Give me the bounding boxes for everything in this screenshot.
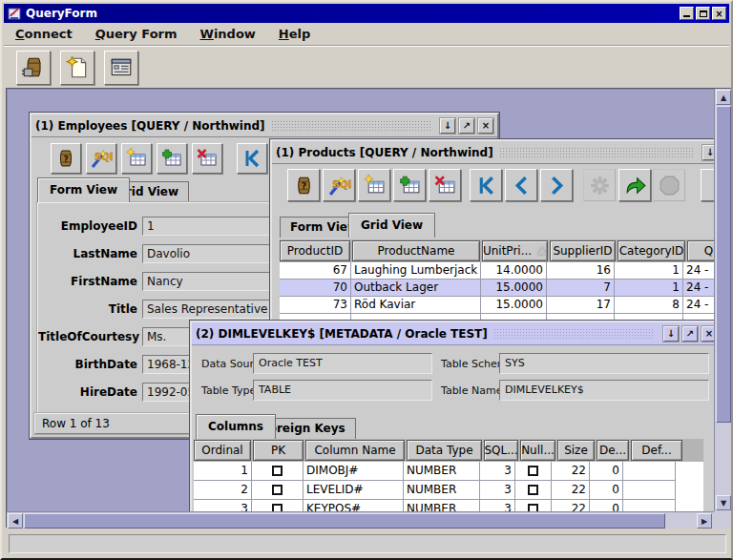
- delete-row-button[interactable]: [429, 169, 461, 201]
- column-header[interactable]: Ordinal: [194, 440, 251, 461]
- partial-icon: [705, 174, 715, 197]
- insert-row-button[interactable]: [393, 169, 426, 201]
- column-header-sorted[interactable]: UnitPri...: [482, 240, 548, 261]
- insert-row-button[interactable]: [157, 143, 187, 174]
- column-header[interactable]: Qua: [687, 240, 714, 261]
- mdi-desktop: (1) Employees [QUERY / Northwind] ↓ ↗ × …: [6, 88, 731, 528]
- employees-iconify-button[interactable]: ↓: [440, 118, 455, 134]
- status-message-area: [9, 534, 726, 553]
- new-row-button[interactable]: [358, 169, 390, 201]
- table-row[interactable]: 73 Röd Kaviar 15.0000 17 8 24 -: [280, 297, 714, 314]
- column-header[interactable]: PK: [253, 440, 304, 461]
- column-header[interactable]: SupplierID: [550, 240, 616, 261]
- menu-connect[interactable]: Connect: [4, 27, 84, 41]
- minimize-button[interactable]: [680, 7, 694, 20]
- column-header[interactable]: Def...: [631, 440, 682, 461]
- previous-record-button[interactable]: [505, 169, 537, 201]
- stop-button[interactable]: [653, 169, 685, 201]
- scroll-right-button[interactable]: ▶: [697, 513, 712, 529]
- column-header[interactable]: ProductID: [280, 240, 350, 261]
- commit-button[interactable]: [701, 169, 714, 201]
- column-header[interactable]: Size: [557, 440, 595, 461]
- menu-window[interactable]: Window: [189, 27, 267, 41]
- delete-row-button[interactable]: [192, 143, 222, 174]
- close-icon: ×: [482, 120, 490, 131]
- maximize-button[interactable]: [696, 7, 710, 20]
- new-query-form-button[interactable]: [60, 51, 94, 85]
- table-row[interactable]: 67 Laughing Lumberjack ... 14.0000 16 1 …: [280, 262, 714, 280]
- next-record-button[interactable]: [540, 169, 573, 201]
- column-header[interactable]: ProductName: [352, 240, 480, 261]
- table-name-label: Table Name: [441, 384, 502, 397]
- dimlevelkey-frame[interactable]: (2) DIMLEVELKEY$ [METADATA / Oracle TEST…: [190, 321, 714, 511]
- employees-tab-form-view[interactable]: Form View: [37, 177, 130, 202]
- nullable-checkbox[interactable]: [528, 504, 538, 511]
- column-header[interactable]: Data Type: [407, 440, 482, 461]
- table-insert-icon: [398, 174, 422, 197]
- execute-arrow-icon: [623, 174, 647, 197]
- close-button[interactable]: ×: [712, 7, 726, 20]
- table-schema-field[interactable]: SYS: [499, 353, 709, 374]
- employees-titlebar[interactable]: (1) Employees [QUERY / Northwind] ↓ ↗ ×: [31, 114, 497, 137]
- scroll-left-button[interactable]: ◀: [8, 513, 23, 529]
- execute-button[interactable]: [618, 169, 651, 201]
- dimlevelkey-iconify-button[interactable]: ↓: [663, 326, 679, 342]
- table-row[interactable]: 2 LEVELID# NUMBER 3 22 0: [194, 481, 703, 500]
- table-type-label: Table Type: [201, 384, 256, 397]
- table-type-field[interactable]: TABLE: [253, 380, 432, 401]
- menu-help[interactable]: Help: [267, 27, 322, 41]
- sql-button[interactable]: SQL: [86, 143, 116, 174]
- table-new-icon: [125, 147, 148, 170]
- employees-maximize-button[interactable]: ↗: [459, 118, 474, 134]
- vertical-scroll-thumb[interactable]: [716, 106, 731, 423]
- new-row-button[interactable]: [121, 143, 152, 174]
- pk-checkbox[interactable]: [272, 466, 283, 476]
- table-new-icon: [363, 174, 387, 197]
- nullable-checkbox[interactable]: [528, 485, 538, 495]
- first-record-button[interactable]: [237, 143, 267, 174]
- employees-close-button[interactable]: ×: [478, 118, 493, 134]
- table-row-selected[interactable]: 70 Outback Lager 15.0000 7 1 24 -: [280, 280, 714, 297]
- scroll-down-button[interactable]: ▼: [716, 495, 731, 510]
- tab-columns[interactable]: Columns: [196, 414, 276, 439]
- titlebar-texture: [499, 147, 693, 158]
- metadata-window-button[interactable]: [104, 51, 138, 85]
- pk-checkbox[interactable]: [272, 485, 283, 495]
- dimlevelkey-maximize-button[interactable]: ↗: [682, 326, 698, 342]
- dimlevelkey-titlebar[interactable]: (2) DIMLEVELKEY$ [METADATA / Oracle TEST…: [192, 322, 714, 345]
- menu-query-form[interactable]: Query Form: [84, 27, 189, 41]
- products-tab-grid-view[interactable]: Grid View: [348, 213, 435, 238]
- sql-wand-icon: SQL: [327, 174, 351, 197]
- column-header[interactable]: Null...: [520, 440, 555, 461]
- table-name-field[interactable]: DIMLEVELKEY$: [499, 380, 709, 401]
- table-row[interactable]: 1 DIMOBJ# NUMBER 3 22 0: [194, 462, 703, 481]
- connect-database-button[interactable]: [16, 51, 51, 85]
- scroll-up-button[interactable]: ▲: [716, 90, 731, 105]
- desktop-horizontal-scrollbar[interactable]: ◀ ▶: [7, 511, 714, 529]
- describe-table-button[interactable]: ?: [287, 169, 320, 201]
- data-source-field[interactable]: Oracle TEST: [253, 353, 432, 374]
- dimlevelkey-close-button[interactable]: ×: [702, 326, 714, 342]
- settings-button[interactable]: [583, 169, 616, 201]
- desktop-vertical-scrollbar[interactable]: ▲ ▼: [714, 89, 731, 511]
- products-iconify-button[interactable]: ↓: [702, 145, 714, 160]
- new-document-icon: [65, 55, 90, 80]
- column-header[interactable]: CategoryID: [618, 240, 685, 261]
- window-titlebar[interactable]: QueryForm ×: [4, 4, 729, 23]
- describe-table-button[interactable]: ?: [51, 143, 81, 174]
- nullable-checkbox[interactable]: [528, 466, 538, 476]
- sql-button[interactable]: SQL: [323, 169, 355, 201]
- table-row[interactable]: 3 KEYPOS# NUMBER 3 22 0: [194, 500, 703, 511]
- first-record-button[interactable]: [470, 169, 502, 201]
- column-header[interactable]: SQL...: [484, 440, 518, 461]
- stop-sign-icon: [658, 174, 681, 197]
- horizontal-scroll-thumb[interactable]: [24, 513, 665, 529]
- close-icon: ×: [715, 9, 723, 19]
- pk-checkbox[interactable]: [272, 504, 283, 511]
- iconify-icon: ↓: [667, 328, 675, 339]
- products-titlebar[interactable]: (1) Products [QUERY / Northwind] ↓ ↗ ×: [272, 141, 714, 164]
- products-grid-header: ProductID ProductName UnitPri... Supplie…: [280, 239, 714, 262]
- column-header[interactable]: De...: [597, 440, 629, 461]
- iconify-icon: ↓: [706, 147, 714, 157]
- column-header[interactable]: Column Name: [305, 440, 405, 461]
